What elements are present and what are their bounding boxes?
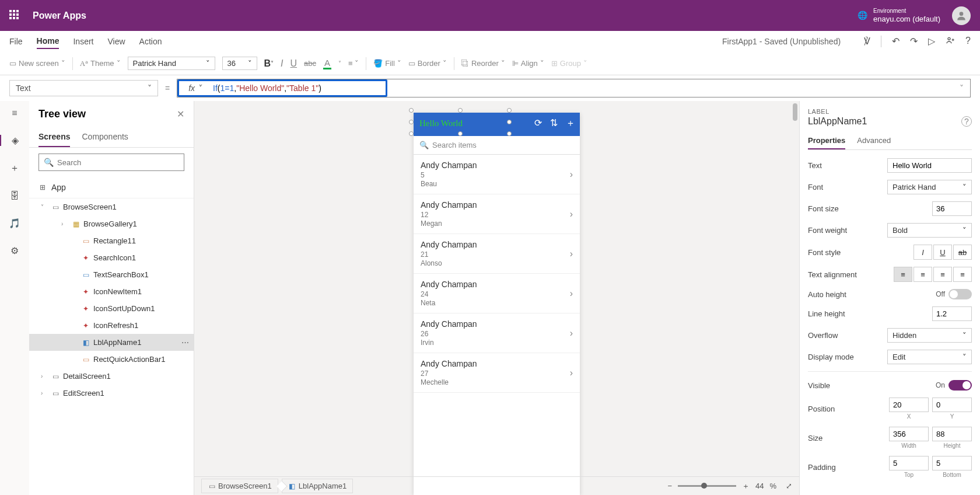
chevron-right-icon[interactable]: › [570, 368, 573, 378]
list-item[interactable]: Andy Champan24Neta› [414, 274, 580, 313]
tree-app-root[interactable]: ⊞App [29, 177, 194, 198]
tree-item-editscreen[interactable]: ›▭EditScreen1 [29, 385, 194, 402]
tree-item[interactable]: ✦IconRefresh1 [29, 317, 194, 334]
tab-components[interactable]: Components [82, 127, 128, 147]
chevron-right-icon[interactable]: › [570, 288, 573, 299]
prop-height-input[interactable] [932, 427, 972, 441]
app-launcher-icon[interactable] [9, 10, 21, 22]
underline-button[interactable]: U [290, 58, 298, 69]
media-icon[interactable]: 🎵 [9, 218, 20, 229]
menu-insert[interactable]: Insert [73, 34, 93, 48]
property-select[interactable]: Text˅ [9, 80, 158, 96]
info-icon[interactable]: ? [961, 116, 972, 127]
prop-displaymode-select[interactable]: Edit˅ [887, 350, 972, 364]
fit-screen-icon[interactable]: ⤢ [786, 482, 792, 490]
align-left-button[interactable]: ≡ [894, 267, 912, 282]
menu-view[interactable]: View [107, 34, 125, 48]
align-button[interactable]: ≡ ˅ [348, 59, 359, 68]
share-icon[interactable] [946, 36, 955, 47]
align-elements-button[interactable]: ⊫ Align ˅ [512, 59, 544, 68]
sort-icon[interactable]: ⇅ [550, 117, 558, 130]
menu-action[interactable]: Action [139, 34, 162, 48]
redo-icon[interactable]: ↷ [910, 36, 918, 47]
prop-overflow-select[interactable]: Hidden˅ [887, 328, 972, 343]
tree-item-browsescreen[interactable]: ˅▭BrowseScreen1 [29, 198, 194, 215]
tree-item-detailscreen[interactable]: ›▭DetailScreen1 [29, 368, 194, 385]
undo-icon[interactable]: ↶ [892, 36, 900, 47]
reorder-button[interactable]: ⿻ Reorder ˅ [461, 59, 505, 68]
strike-toggle[interactable]: ab [953, 245, 972, 260]
chevron-right-icon[interactable]: › [570, 169, 573, 180]
bold-button[interactable]: B˅ [264, 58, 274, 69]
play-icon[interactable]: ▷ [928, 36, 935, 47]
tree-item[interactable]: ✦IconSortUpDown1 [29, 300, 194, 317]
prop-lineheight-input[interactable] [932, 306, 972, 321]
tab-screens[interactable]: Screens [38, 127, 70, 147]
list-item[interactable]: Andy Champan21Alonso› [414, 234, 580, 274]
list-item[interactable]: Andy Champan5Beau› [414, 155, 580, 194]
new-screen-button[interactable]: ▭ New screen ˅ [9, 59, 65, 68]
expand-formula-icon[interactable]: ˅ [953, 79, 970, 97]
formula-input[interactable]: If(1=1, "Hello World", "Table 1") [207, 81, 382, 95]
more-icon[interactable]: ⋯ [181, 338, 189, 347]
prop-fontsize-input[interactable] [932, 201, 972, 216]
app-title-label[interactable]: Hello World [419, 118, 463, 128]
tab-properties[interactable]: Properties [808, 133, 845, 149]
close-panel-icon[interactable]: ✕ [177, 109, 184, 120]
data-icon[interactable]: 🗄 [10, 191, 19, 201]
tree-search-input[interactable] [57, 158, 179, 167]
environment-selector[interactable]: Environment enayu.com (default) [873, 7, 940, 25]
zoom-out-button[interactable]: − [667, 482, 672, 490]
list-item[interactable]: Andy Champan27Mechelle› [414, 353, 580, 393]
tree-search[interactable]: 🔍 [38, 154, 184, 171]
autoheight-toggle[interactable] [949, 289, 972, 299]
italic-toggle[interactable]: I [914, 245, 932, 260]
list-item[interactable]: Andy Champan12Megan› [414, 194, 580, 234]
breadcrumb-control[interactable]: ◧LblAppName1 [282, 479, 353, 493]
underline-toggle[interactable]: U [933, 245, 952, 260]
tree-item[interactable]: ›▦BrowseGallery1 [29, 215, 194, 232]
user-avatar[interactable] [952, 6, 971, 25]
italic-button[interactable]: I [281, 58, 283, 69]
tab-advanced[interactable]: Advanced [857, 133, 891, 149]
breadcrumb-screen[interactable]: ▭BrowseScreen1 [201, 479, 278, 493]
zoom-in-button[interactable]: ＋ [742, 481, 750, 491]
app-checker-icon[interactable]: ℣ [864, 36, 870, 47]
zoom-slider[interactable] [678, 485, 736, 487]
add-icon[interactable]: ＋ [566, 117, 575, 130]
align-justify-button[interactable]: ≡ [953, 267, 972, 282]
insert-icon[interactable]: ＋ [10, 162, 19, 175]
menu-file[interactable]: File [9, 34, 23, 48]
prop-font-select[interactable]: Patrick Hand˅ [887, 180, 972, 194]
border-button[interactable]: ▭ Border ˅ [408, 59, 447, 68]
align-right-button[interactable]: ≡ [933, 267, 952, 282]
prop-text-input[interactable] [887, 158, 972, 173]
prop-width-input[interactable] [889, 427, 929, 441]
chevron-right-icon[interactable]: › [570, 209, 573, 219]
tree-item[interactable]: ▭RectQuickActionBar1 [29, 351, 194, 368]
chevron-right-icon[interactable]: › [570, 249, 573, 259]
app-search-box[interactable]: 🔍Search items [414, 136, 580, 155]
tree-item[interactable]: ▭TextSearchBox1 [29, 266, 194, 283]
canvas-scrollbar[interactable] [792, 101, 798, 495]
tree-item[interactable]: ✦IconNewItem1 [29, 283, 194, 300]
design-canvas[interactable]: ↖ Hello World ⟳ ⇅ ＋ [194, 101, 799, 495]
font-select[interactable]: Patrick Hand˅ [128, 57, 215, 70]
tree-item[interactable]: ✦SearchIcon1 [29, 249, 194, 266]
font-color-button[interactable]: A [323, 58, 331, 69]
prop-fontweight-select[interactable]: Bold˅ [887, 223, 972, 238]
fontsize-select[interactable]: 36˅ [222, 57, 257, 70]
prop-x-input[interactable] [889, 398, 929, 412]
menu-home[interactable]: Home [37, 34, 60, 49]
prop-padbottom-input[interactable] [932, 456, 972, 470]
fill-button[interactable]: 🪣 Fill ˅ [373, 59, 401, 68]
prop-padtop-input[interactable] [889, 456, 929, 470]
strikethrough-button[interactable]: abc [304, 59, 316, 68]
app-header-bar[interactable]: Hello World ⟳ ⇅ ＋ [414, 113, 580, 136]
hamburger-icon[interactable]: ≡ [12, 108, 17, 118]
align-center-button[interactable]: ≡ [914, 267, 932, 282]
tree-view-icon[interactable]: ◈ [0, 135, 29, 146]
tree-item-selected[interactable]: ◧LblAppName1⋯ [29, 334, 194, 351]
visible-toggle[interactable] [949, 380, 972, 391]
tree-item[interactable]: ▭Rectangle11 [29, 232, 194, 249]
